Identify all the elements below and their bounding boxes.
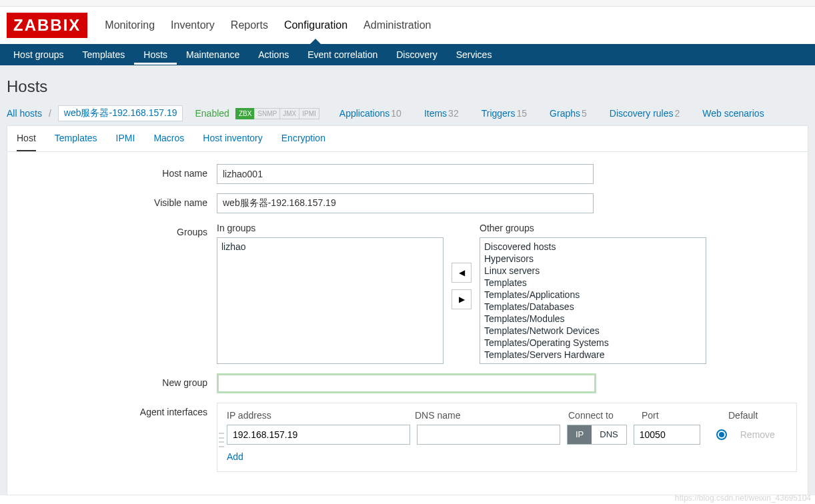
input-new-group[interactable] <box>217 373 596 393</box>
tag-zbx: ZBX <box>235 108 255 119</box>
tab-host[interactable]: Host <box>17 133 36 151</box>
remove-interface-link: Remove <box>740 429 775 440</box>
label-visible-name: Visible name <box>17 193 217 208</box>
tab-ipmi[interactable]: IPMI <box>116 133 135 151</box>
agent-interfaces-box: IP address DNS name Connect to Port Defa… <box>217 403 797 472</box>
other-group-item[interactable]: Discovered hosts <box>484 241 702 253</box>
connect-to-toggle[interactable]: IP DNS <box>567 425 627 445</box>
label-groups: Groups <box>17 223 217 237</box>
link-applications[interactable]: Applications <box>339 108 390 119</box>
other-group-item[interactable]: Templates/Network Devices <box>484 325 702 337</box>
tab-templates[interactable]: Templates <box>55 133 97 151</box>
nav-configuration[interactable]: Configuration <box>284 7 347 43</box>
list-in-groups[interactable]: lizhao <box>217 237 444 364</box>
nav-inventory[interactable]: Inventory <box>171 7 215 43</box>
sub-nav: Host groups Templates Hosts Maintenance … <box>0 44 815 65</box>
subnav-event-correlation[interactable]: Event correlation <box>298 45 387 65</box>
nav-monitoring[interactable]: Monitoring <box>105 7 155 43</box>
breadcrumb-separator: / <box>49 108 51 119</box>
input-port[interactable] <box>634 425 700 445</box>
count-graphs: 5 <box>582 108 587 119</box>
header-ip-address: IP address <box>227 410 415 421</box>
link-web-scenarios[interactable]: Web scenarios <box>702 108 764 119</box>
header-connect-to: Connect to <box>568 410 642 421</box>
other-group-item[interactable]: Templates/Modules <box>484 313 702 325</box>
header-default: Default <box>728 410 758 421</box>
count-applications: 10 <box>391 108 401 119</box>
other-group-item[interactable]: Templates/Applications <box>484 289 702 301</box>
count-discovery: 2 <box>675 108 680 119</box>
other-group-item[interactable]: Templates <box>484 277 702 289</box>
availability-tags: ZBXSNMPJMXIPMI <box>236 107 319 119</box>
subnav-templates[interactable]: Templates <box>73 45 134 65</box>
nav-reports[interactable]: Reports <box>231 7 268 43</box>
other-group-item[interactable]: Templates/Operating Systems <box>484 337 702 349</box>
label-agent-interfaces: Agent interfaces <box>17 403 217 417</box>
drag-handle-icon[interactable] <box>219 431 224 449</box>
tabs-panel: Host Templates IPMI Macros Host inventor… <box>7 125 808 495</box>
subnav-discovery[interactable]: Discovery <box>387 45 446 65</box>
list-other-groups[interactable]: Discovered hostsHypervisorsLinux servers… <box>480 237 706 364</box>
add-interface-link[interactable]: Add <box>227 451 243 462</box>
radio-default[interactable] <box>716 429 727 440</box>
breadcrumb-current-host[interactable]: web服务器-192.168.157.19 <box>58 105 183 121</box>
host-status: Enabled <box>195 108 229 119</box>
input-ip-address[interactable] <box>227 425 410 445</box>
header-dns-name: DNS name <box>415 410 568 421</box>
page-title: Hosts <box>7 72 808 105</box>
count-triggers: 15 <box>517 108 528 119</box>
label-new-group: New group <box>17 373 217 388</box>
input-visible-name[interactable] <box>217 193 594 213</box>
link-discovery-rules[interactable]: Discovery rules <box>610 108 674 119</box>
link-triggers[interactable]: Triggers <box>482 108 516 119</box>
subnav-actions[interactable]: Actions <box>249 45 298 65</box>
breadcrumb-all-hosts[interactable]: All hosts <box>7 108 42 119</box>
other-group-item[interactable]: Linux servers <box>484 265 702 277</box>
tab-host-inventory[interactable]: Host inventory <box>203 133 262 151</box>
subnav-host-groups[interactable]: Host groups <box>4 45 73 65</box>
tag-jmx: JMX <box>279 108 299 119</box>
move-left-button[interactable]: ◀ <box>452 263 472 283</box>
subnav-maintenance[interactable]: Maintenance <box>177 45 249 65</box>
in-group-item[interactable]: lizhao <box>221 241 439 253</box>
input-host-name[interactable] <box>217 164 594 184</box>
watermark: https://blog.csdn.net/weixin_43695104 <box>675 493 811 495</box>
other-group-item[interactable]: Templates/Databases <box>484 301 702 313</box>
top-nav: Monitoring Inventory Reports Configurati… <box>105 7 431 43</box>
label-host-name: Host name <box>17 164 217 179</box>
connect-to-ip[interactable]: IP <box>568 425 592 444</box>
header-port: Port <box>642 410 728 421</box>
tab-macros[interactable]: Macros <box>153 133 184 151</box>
label-other-groups: Other groups <box>480 223 706 233</box>
link-graphs[interactable]: Graphs <box>550 108 580 119</box>
top-header: ZABBIX Monitoring Inventory Reports Conf… <box>0 7 815 44</box>
count-items: 32 <box>448 108 459 119</box>
move-right-button[interactable]: ▶ <box>452 289 472 309</box>
tab-encryption[interactable]: Encryption <box>281 133 325 151</box>
tag-snmp: SNMP <box>254 108 280 119</box>
zabbix-logo: ZABBIX <box>7 13 87 38</box>
link-items[interactable]: Items <box>424 108 447 119</box>
other-group-item[interactable]: Templates/Servers Hardware <box>484 349 702 361</box>
input-dns-name[interactable] <box>417 425 560 445</box>
subnav-services[interactable]: Services <box>447 45 502 65</box>
tag-ipmi: IPMI <box>299 108 319 119</box>
connect-to-dns[interactable]: DNS <box>592 425 626 444</box>
label-in-groups: In groups <box>217 223 444 233</box>
other-group-item[interactable]: Hypervisors <box>484 253 702 265</box>
nav-administration[interactable]: Administration <box>363 7 431 43</box>
subnav-hosts[interactable]: Hosts <box>134 45 177 65</box>
breadcrumb: All hosts / web服务器-192.168.157.19 Enable… <box>7 105 808 125</box>
tabs-bar: Host Templates IPMI Macros Host inventor… <box>7 126 808 152</box>
